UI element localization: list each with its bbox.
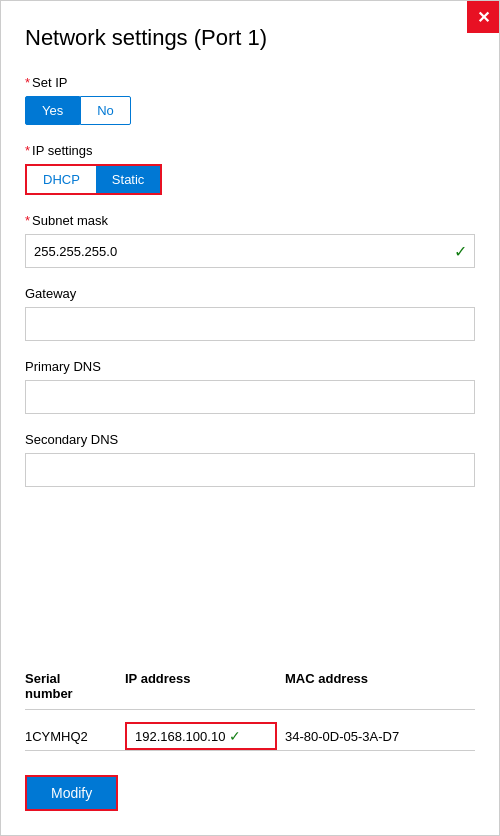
secondary-dns-field: Secondary DNS — [25, 432, 475, 487]
ip-address-header: IP address — [125, 671, 285, 701]
close-button[interactable]: ✕ — [467, 1, 499, 33]
network-settings-dialog: ✕ Network settings (Port 1) *Set IP Yes … — [0, 0, 500, 836]
serial-number-cell: 1CYMHQ2 — [25, 729, 125, 744]
secondary-dns-input[interactable] — [25, 453, 475, 487]
subnet-mask-field: *Subnet mask ✓ — [25, 213, 475, 268]
ip-address-value: 192.168.100.10 — [135, 729, 225, 744]
ip-settings-field: *IP settings DHCP Static — [25, 143, 475, 195]
set-ip-yes-button[interactable]: Yes — [25, 96, 80, 125]
dhcp-button[interactable]: DHCP — [27, 166, 96, 193]
required-indicator: * — [25, 75, 30, 90]
ip-check-icon: ✓ — [229, 728, 241, 744]
required-indicator-2: * — [25, 143, 30, 158]
table-header-row: Serial number IP address MAC address — [25, 671, 475, 710]
primary-dns-field: Primary DNS — [25, 359, 475, 414]
subnet-mask-label: *Subnet mask — [25, 213, 475, 228]
set-ip-field: *Set IP Yes No — [25, 75, 475, 125]
primary-dns-label: Primary DNS — [25, 359, 475, 374]
gateway-input[interactable] — [25, 307, 475, 341]
table-row: 1CYMHQ2 192.168.100.10 ✓ 34-80-0D-05-3A-… — [25, 710, 475, 750]
gateway-label: Gateway — [25, 286, 475, 301]
dialog-title: Network settings (Port 1) — [25, 25, 475, 51]
mac-address-header: MAC address — [285, 671, 475, 701]
primary-dns-input[interactable] — [25, 380, 475, 414]
set-ip-no-button[interactable]: No — [80, 96, 131, 125]
set-ip-label: *Set IP — [25, 75, 475, 90]
modify-button[interactable]: Modify — [25, 775, 118, 811]
secondary-dns-label: Secondary DNS — [25, 432, 475, 447]
dialog-footer: Modify — [25, 750, 475, 811]
subnet-mask-check-icon: ✓ — [454, 242, 467, 261]
serial-number-header: Serial number — [25, 671, 125, 701]
set-ip-toggle-group: Yes No — [25, 96, 475, 125]
ip-settings-label: *IP settings — [25, 143, 475, 158]
subnet-mask-input[interactable] — [25, 234, 475, 268]
gateway-field: Gateway — [25, 286, 475, 341]
required-indicator-3: * — [25, 213, 30, 228]
mac-address-cell: 34-80-0D-05-3A-D7 — [285, 729, 475, 744]
close-icon: ✕ — [477, 8, 490, 27]
device-info-table: Serial number IP address MAC address 1CY… — [25, 671, 475, 750]
ip-settings-toggle-group: DHCP Static — [25, 164, 162, 195]
subnet-mask-input-wrapper: ✓ — [25, 234, 475, 268]
static-button[interactable]: Static — [96, 166, 161, 193]
ip-address-cell: 192.168.100.10 ✓ — [125, 722, 277, 750]
